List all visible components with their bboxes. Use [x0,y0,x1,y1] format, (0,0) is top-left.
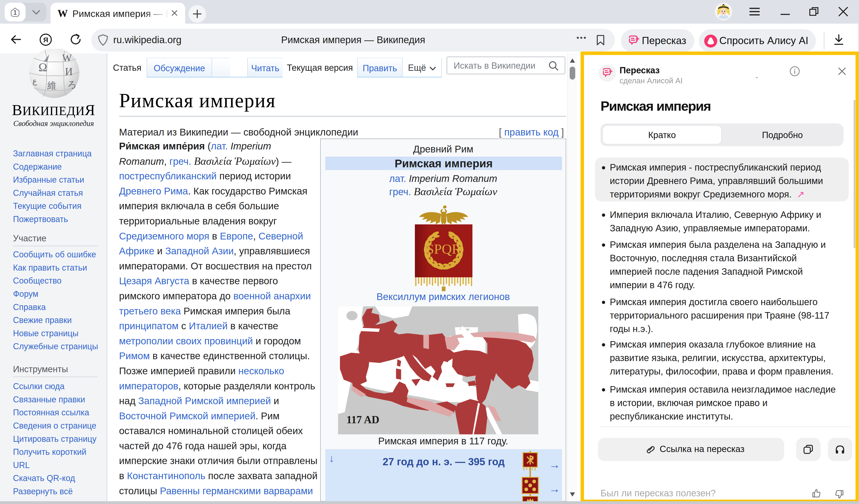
svg-text:ろ: ろ [67,79,77,90]
svg-text:SPQR: SPQR [426,241,461,257]
svg-text:Ω: Ω [39,61,47,74]
svg-text:1: 1 [13,9,17,16]
svg-text:117 AD: 117 AD [346,414,379,426]
svg-text:W: W [62,52,72,64]
svg-text:ع: ع [32,77,37,86]
svg-text:И: И [65,66,73,77]
svg-text:維: 維 [47,80,57,91]
svg-text:Я: Я [43,36,48,44]
